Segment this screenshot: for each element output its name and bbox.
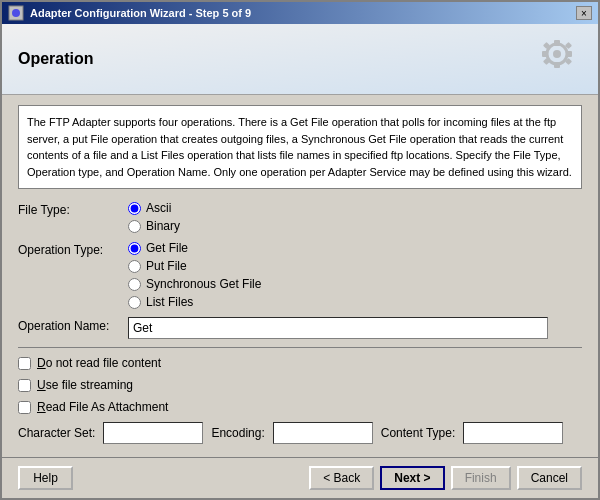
op-sync-get-radio[interactable] [128,278,141,291]
file-type-binary-radio[interactable] [128,220,141,233]
op-put-file-label: Put File [146,259,187,273]
description-box: The FTP Adapter supports four operations… [18,105,582,189]
close-button[interactable]: × [576,6,592,20]
finish-button: Finish [451,466,511,490]
operation-name-label: Operation Name: [18,317,128,333]
op-sync-get-item[interactable]: Synchronous Get File [128,277,261,291]
file-type-group: Ascii Binary [128,201,180,233]
streaming-checkbox-row[interactable]: Use file streaming [18,378,582,392]
wizard-icon [8,5,24,21]
op-sync-get-label: Synchronous Get File [146,277,261,291]
file-type-binary-item[interactable]: Binary [128,219,180,233]
file-type-ascii-radio[interactable] [128,202,141,215]
attachment-checkbox-row[interactable]: Read File As Attachment [18,400,582,414]
op-list-files-radio[interactable] [128,296,141,309]
wizard-window: Adapter Configuration Wizard - Step 5 of… [0,0,600,500]
title-bar-left: Adapter Configuration Wizard - Step 5 of… [8,5,251,21]
page-title: Operation [18,50,94,68]
op-get-file-item[interactable]: Get File [128,241,261,255]
streaming-label: Use file streaming [37,378,133,392]
op-get-file-label: Get File [146,241,188,255]
next-button[interactable]: Next > [380,466,444,490]
character-set-input[interactable] [103,422,203,444]
file-type-ascii-item[interactable]: Ascii [128,201,180,215]
file-type-ascii-label: Ascii [146,201,171,215]
operation-name-row: Operation Name: [18,317,582,339]
gear-icon [522,34,582,84]
svg-point-3 [553,50,561,58]
no-read-label: Do not read file content [37,356,161,370]
no-read-checkbox-row[interactable]: Do not read file content [18,356,582,370]
file-type-row: File Type: Ascii Binary [18,201,582,233]
svg-rect-6 [542,51,548,57]
op-put-file-radio[interactable] [128,260,141,273]
footer: Help < Back Next > Finish Cancel [2,457,598,498]
attachment-checkbox[interactable] [18,401,31,414]
attachment-label: Read File As Attachment [37,400,168,414]
back-button[interactable]: < Back [309,466,374,490]
title-text: Adapter Configuration Wizard - Step 5 of… [30,7,251,19]
no-read-checkbox[interactable] [18,357,31,370]
encoding-label: Encoding: [211,426,264,440]
divider-1 [18,347,582,348]
svg-rect-5 [554,62,560,68]
svg-point-1 [12,9,20,17]
operation-type-label: Operation Type: [18,241,128,257]
description-text: The FTP Adapter supports four operations… [27,116,572,178]
streaming-checkbox[interactable] [18,379,31,392]
character-set-label: Character Set: [18,426,95,440]
op-list-files-item[interactable]: List Files [128,295,261,309]
help-button[interactable]: Help [18,466,73,490]
svg-rect-7 [566,51,572,57]
title-bar: Adapter Configuration Wizard - Step 5 of… [2,2,598,24]
header-section: Operation [2,24,598,95]
file-type-label: File Type: [18,201,128,217]
content-type-input[interactable] [463,422,563,444]
op-list-files-label: List Files [146,295,193,309]
content-area: The FTP Adapter supports four operations… [2,95,598,457]
bottom-fields-row: Character Set: Encoding: Content Type: [18,422,582,444]
file-type-binary-label: Binary [146,219,180,233]
op-get-file-radio[interactable] [128,242,141,255]
operation-type-row: Operation Type: Get File Put File Synchr… [18,241,582,309]
encoding-input[interactable] [273,422,373,444]
footer-buttons: < Back Next > Finish Cancel [309,466,582,490]
content-type-label: Content Type: [381,426,456,440]
cancel-button[interactable]: Cancel [517,466,582,490]
operation-name-input[interactable] [128,317,548,339]
svg-rect-4 [554,40,560,46]
op-put-file-item[interactable]: Put File [128,259,261,273]
operation-type-group: Get File Put File Synchronous Get File L… [128,241,261,309]
